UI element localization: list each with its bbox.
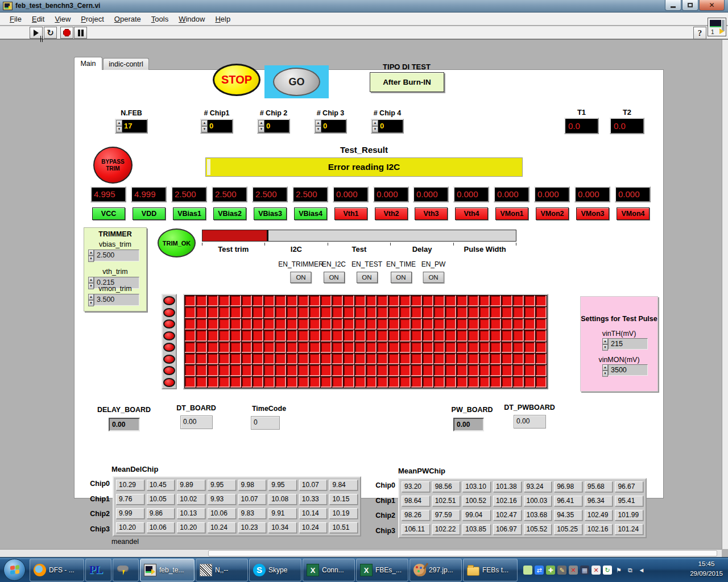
menu-item-edit[interactable]: Edit <box>27 15 49 23</box>
scrollbar-thumb[interactable] <box>208 550 717 556</box>
blocked-app-icon[interactable]: ✕ <box>592 566 601 575</box>
enable-toggle-button[interactable]: ON <box>423 272 444 283</box>
leaf-icon[interactable] <box>523 566 532 575</box>
spinner[interactable]: ▲▼ <box>201 120 208 132</box>
counter-value[interactable]: 0 <box>378 120 403 132</box>
tab-main[interactable]: Main <box>74 57 102 70</box>
enable-toggle-button[interactable]: ON <box>356 272 377 283</box>
spinner[interactable]: ▲▼ <box>88 294 94 306</box>
volume-icon[interactable]: ◄ <box>637 566 646 575</box>
tipo-di-test-value[interactable]: After Burn-IN <box>370 72 444 92</box>
menu-item-help[interactable]: Help <box>210 15 235 23</box>
taskbar-item-feb-te-[interactable]: feb_te... <box>140 559 195 581</box>
trim-ok-button[interactable]: TRIM_OK <box>158 228 196 257</box>
taskbar-item-skype[interactable]: SSkype <box>249 559 301 581</box>
teamviewer-icon[interactable]: ⇄ <box>535 566 544 575</box>
counter-value[interactable]: 0 <box>264 120 289 132</box>
context-help-button[interactable]: ? <box>693 27 706 39</box>
menu-item-tools[interactable]: Tools <box>146 15 173 23</box>
counter-value[interactable]: 0 <box>208 120 232 132</box>
counter-value[interactable]: 0 <box>321 120 346 132</box>
taskbar-item-conn-[interactable]: XConn... <box>303 559 355 581</box>
test-pulse-field-value[interactable]: 3500 <box>608 364 648 376</box>
menu-item-project[interactable]: Project <box>76 15 109 23</box>
menu-item-operate[interactable]: Operate <box>109 15 146 23</box>
channel-led <box>355 296 366 306</box>
network-icon[interactable]: ⧉ <box>626 566 635 575</box>
start-button[interactable] <box>3 559 26 581</box>
spinner[interactable]: ▲▼ <box>372 120 378 132</box>
pause-button[interactable] <box>74 27 87 39</box>
bypass-trim-button[interactable]: BYPASS TRIM <box>93 147 133 184</box>
voltage-label-button[interactable]: Vth4 <box>455 207 488 220</box>
menu-item-file[interactable]: File <box>5 15 27 23</box>
restore-button[interactable] <box>682 0 698 11</box>
trimmer-field-vmon_trim[interactable]: ▲▼3.500 <box>88 294 139 306</box>
defender-shield-icon[interactable]: ✚ <box>546 566 555 575</box>
sync-icon[interactable]: ↻ <box>603 566 612 575</box>
abort-button[interactable] <box>60 27 73 39</box>
voltage-label-button[interactable]: Vth3 <box>415 207 448 220</box>
counter-control[interactable]: ▲▼0 <box>257 119 290 134</box>
trimmer-field-vbias_trim[interactable]: ▲▼2.500 <box>88 250 139 262</box>
enable-toggle-button[interactable]: ON <box>324 272 345 283</box>
display-settings-icon[interactable]: ▦ <box>580 566 589 575</box>
close-button[interactable]: ✕ <box>699 0 725 11</box>
vertical-scrollbar[interactable] <box>722 40 728 549</box>
voltage-label-button[interactable]: VMon3 <box>576 207 609 220</box>
menu-item-window[interactable]: Window <box>173 15 210 23</box>
tab-indic-contrl[interactable]: indic-contrl <box>103 58 149 70</box>
voltage-label-button[interactable]: VDD <box>133 207 166 220</box>
run-button[interactable] <box>30 27 43 39</box>
test-pulse-field[interactable]: ▲▼215 <box>602 338 648 351</box>
service-error-icon[interactable]: ✕ <box>569 566 578 575</box>
action-flag-icon[interactable]: ⚑ <box>614 566 623 575</box>
menu-item-view[interactable]: View <box>49 15 76 23</box>
counter-control[interactable]: ▲▼17 <box>115 119 148 134</box>
channel-led <box>457 296 468 306</box>
spinner[interactable]: ▲▼ <box>602 338 608 351</box>
go-button[interactable]: GO <box>273 68 320 96</box>
taskbar-item-storm[interactable] <box>113 559 139 581</box>
taskbar-item-297-jp-[interactable]: 297.jp... <box>410 559 462 581</box>
voltage-label-button[interactable]: Vth2 <box>375 207 408 220</box>
counter-value[interactable]: 17 <box>122 120 147 132</box>
channel-led <box>411 296 422 306</box>
minimize-button[interactable] <box>665 0 681 11</box>
counter-control[interactable]: ▲▼0 <box>371 119 404 134</box>
spinner[interactable]: ▲▼ <box>315 120 321 132</box>
stop-button[interactable]: STOP <box>213 64 260 96</box>
taskbar-item-febs-t-[interactable]: FEBs t... <box>463 559 518 581</box>
trimmer-field-value[interactable]: 3.500 <box>94 294 139 306</box>
table-cell: 94.35 <box>554 510 582 521</box>
taskbar-item-fbes-[interactable]: XFBEs_... <box>356 559 408 581</box>
spinner[interactable]: ▲▼ <box>258 120 264 132</box>
spinner[interactable]: ▲▼ <box>88 250 94 262</box>
counter-control[interactable]: ▲▼0 <box>200 119 233 134</box>
enable-toggle-button[interactable]: ON <box>390 272 411 283</box>
spinner[interactable]: ▲▼ <box>602 364 608 377</box>
voltage-label-button[interactable]: VCC <box>92 207 125 220</box>
horizontal-scrollbar[interactable] <box>0 549 722 557</box>
taskbar-item-dfs-[interactable]: DFS - ... <box>30 559 84 581</box>
voltage-label-button[interactable]: VMon2 <box>536 207 569 220</box>
voltage-label-button[interactable]: VBias3 <box>254 207 287 220</box>
voltage-label-button[interactable]: VBias1 <box>173 207 206 220</box>
voltage-label-button[interactable]: VBias4 <box>294 207 327 220</box>
trimmer-field-value[interactable]: 2.500 <box>94 250 139 261</box>
counter-control[interactable]: ▲▼0 <box>314 119 347 134</box>
channel-led <box>377 296 388 306</box>
voltage-label-button[interactable]: Vth1 <box>334 207 367 220</box>
graphics-tool-icon[interactable]: ✎ <box>557 566 566 575</box>
run-continuous-button[interactable]: ↻ <box>44 27 57 39</box>
taskbar-item-n-[interactable]: N,,-- <box>196 559 248 581</box>
voltage-label-button[interactable]: VBias2 <box>213 207 246 220</box>
test-pulse-field-value[interactable]: 215 <box>608 338 648 350</box>
voltage-label-button[interactable]: VMon1 <box>495 207 528 220</box>
taskbar-item-pl[interactable]: PL <box>85 559 111 581</box>
test-pulse-field[interactable]: ▲▼3500 <box>602 364 648 377</box>
taskbar-clock[interactable]: 15:45 29/09/2015 <box>686 559 727 579</box>
spinner[interactable]: ▲▼ <box>116 120 122 132</box>
enable-toggle-button[interactable]: ON <box>291 272 312 283</box>
voltage-label-button[interactable]: VMon4 <box>617 207 650 220</box>
